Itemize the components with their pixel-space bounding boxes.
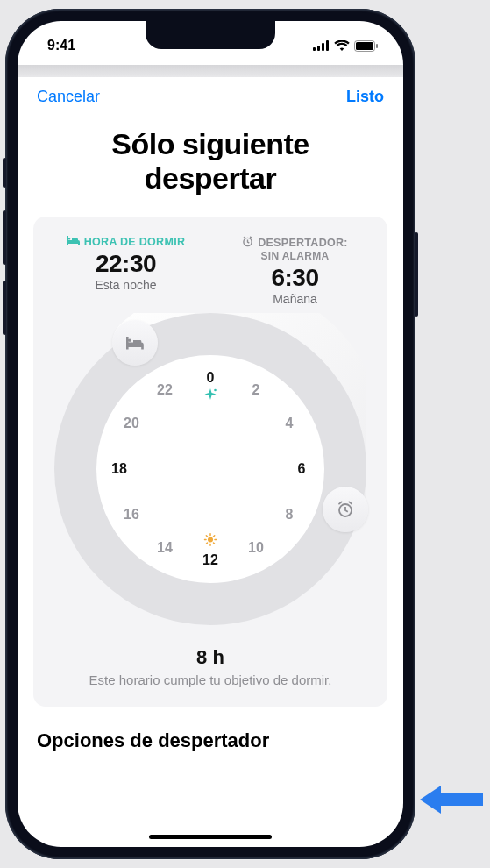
hour-0: 0 xyxy=(207,370,215,386)
callout-arrow xyxy=(420,782,483,821)
wake-column: DESPERTADOR: SIN ALARMA 6:30 Mañana xyxy=(215,236,375,306)
alarm-icon xyxy=(242,236,253,250)
dial-face: 0 2 4 6 8 10 12 14 16 18 20 22 xyxy=(96,355,324,583)
sleep-duration: 8 h xyxy=(46,646,375,669)
done-button[interactable]: Listo xyxy=(346,88,384,106)
svg-point-9 xyxy=(208,537,213,543)
sleep-schedule-card: HORA DE DORMIR 22:30 Esta noche DESPERTA… xyxy=(33,217,387,707)
svg-rect-1 xyxy=(317,46,320,51)
svg-rect-6 xyxy=(376,44,378,48)
title-line-2: despertar xyxy=(145,161,276,195)
wifi-icon xyxy=(334,40,350,51)
volume-down-button xyxy=(3,281,6,335)
phone-frame: 9:41 Cancelar Listo Sólo siguiente despe… xyxy=(5,9,415,859)
svg-rect-5 xyxy=(356,42,373,50)
bedtime-sub: Esta noche xyxy=(46,278,206,292)
hour-16: 16 xyxy=(124,507,139,523)
wake-label-text-1: DESPERTADOR: xyxy=(258,237,348,249)
notch xyxy=(146,21,275,49)
screen: 9:41 Cancelar Listo Sólo siguiente despe… xyxy=(18,21,403,847)
svg-point-8 xyxy=(214,389,217,392)
hour-20: 20 xyxy=(124,416,139,431)
svg-line-16 xyxy=(214,536,215,537)
wake-label-2: SIN ALARMA xyxy=(215,250,375,262)
home-indicator[interactable] xyxy=(149,835,272,839)
hour-4: 4 xyxy=(286,416,294,431)
hour-18: 18 xyxy=(111,461,127,477)
goal-text: Este horario cumple tu objetivo de dormi… xyxy=(46,672,375,687)
mute-switch xyxy=(3,158,6,188)
wake-label: DESPERTADOR: xyxy=(215,236,375,250)
svg-rect-0 xyxy=(313,47,316,51)
status-time: 9:41 xyxy=(47,38,75,53)
hour-14: 14 xyxy=(157,540,173,556)
cellular-icon xyxy=(313,40,330,51)
power-button xyxy=(415,232,418,317)
sparkle-icon xyxy=(204,388,217,405)
svg-line-17 xyxy=(206,543,207,544)
title-line-1: Sólo siguiente xyxy=(111,127,309,160)
sun-icon xyxy=(204,533,217,550)
volume-up-button xyxy=(3,210,6,265)
cancel-button[interactable]: Cancelar xyxy=(37,88,100,106)
bedtime-handle[interactable] xyxy=(112,320,158,366)
bedtime-column: HORA DE DORMIR 22:30 Esta noche xyxy=(46,236,206,306)
wake-value: 6:30 xyxy=(215,264,375,292)
hour-12: 12 xyxy=(202,552,218,568)
hour-8: 8 xyxy=(286,507,294,523)
svg-rect-3 xyxy=(326,40,329,51)
bedtime-value: 22:30 xyxy=(46,250,206,278)
nav-bar: Cancelar Listo xyxy=(18,77,403,111)
hour-6: 6 xyxy=(298,461,306,477)
alarm-options-header: Opciones de despertador xyxy=(18,707,403,761)
bedtime-label: HORA DE DORMIR xyxy=(46,236,206,248)
hour-2: 2 xyxy=(252,382,260,398)
hour-10: 10 xyxy=(248,540,264,556)
sheet-backdrop xyxy=(18,65,403,77)
svg-rect-2 xyxy=(322,43,324,51)
hour-22: 22 xyxy=(157,382,173,398)
sleep-dial[interactable]: 0 2 4 6 8 10 12 14 16 18 20 22 xyxy=(54,313,366,625)
status-right xyxy=(313,40,379,52)
wake-sub: Mañana xyxy=(215,292,375,306)
bedtime-label-text: HORA DE DORMIR xyxy=(84,236,186,248)
svg-line-14 xyxy=(206,536,207,537)
alarm-handle[interactable] xyxy=(323,487,368,532)
page-title: Sólo siguiente despertar xyxy=(18,111,403,217)
bed-icon xyxy=(67,236,80,248)
svg-line-15 xyxy=(214,543,215,544)
times-row: HORA DE DORMIR 22:30 Esta noche DESPERTA… xyxy=(46,236,375,306)
battery-icon xyxy=(354,40,379,52)
